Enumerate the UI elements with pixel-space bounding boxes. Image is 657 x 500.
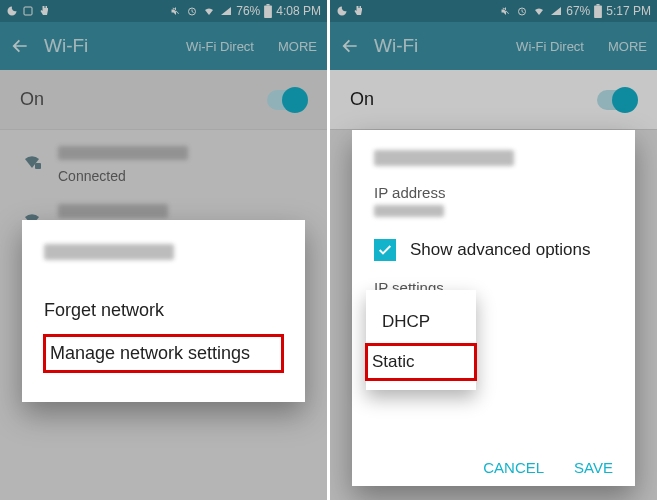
network-options-dialog: Forget network Manage network settings: [22, 220, 305, 402]
dropdown-option-static[interactable]: Static: [366, 344, 476, 380]
dialog-network-name: [44, 244, 283, 264]
ip-address-label: IP address: [374, 184, 613, 201]
screenshot-left: 76% 4:08 PM Wi-Fi Wi-Fi Direct MORE On C…: [0, 0, 327, 500]
cancel-button[interactable]: CANCEL: [483, 459, 544, 476]
ip-settings-dropdown: DHCP Static: [366, 290, 476, 390]
network-ssid-redacted: [44, 244, 174, 260]
dropdown-option-dhcp[interactable]: DHCP: [366, 300, 476, 344]
show-advanced-row[interactable]: Show advanced options: [374, 239, 613, 261]
show-advanced-checkbox[interactable]: [374, 239, 396, 261]
save-button[interactable]: SAVE: [574, 459, 613, 476]
screenshot-right: 67% 5:17 PM Wi-Fi Wi-Fi Direct MORE On I…: [330, 0, 657, 500]
network-ssid-redacted: [374, 150, 514, 166]
show-advanced-label: Show advanced options: [410, 240, 591, 260]
dialog-network-name: [374, 150, 613, 170]
ip-address-value-redacted: [374, 205, 444, 217]
forget-network-option[interactable]: Forget network: [44, 286, 283, 335]
manage-network-settings-option[interactable]: Manage network settings: [44, 335, 283, 372]
